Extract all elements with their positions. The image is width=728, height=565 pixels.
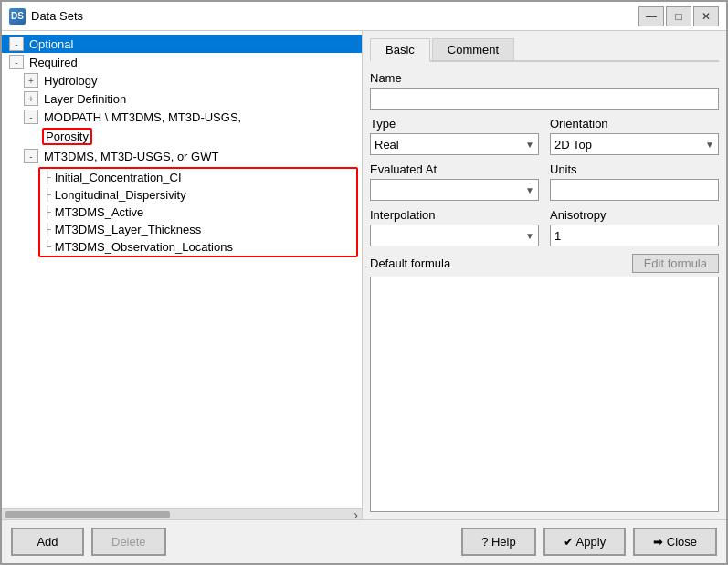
type-value: Real (375, 138, 399, 152)
tree-label-optional: Optional (29, 37, 73, 51)
type-arrow-icon: ▼ (525, 140, 534, 150)
interpolation-arrow-icon: ▼ (525, 231, 534, 241)
interpolation-label: Interpolation (370, 208, 539, 222)
left-panel: - Optional - Required + Hydrology (2, 31, 363, 519)
tree-item-layer-definition[interactable]: + Layer Definition (2, 89, 362, 108)
tree-item-mt3dms-thickness[interactable]: ├ MT3DMS_Layer_Thickness (40, 221, 356, 238)
evaluated-select[interactable]: ▼ (370, 179, 539, 201)
orientation-select[interactable]: 2D Top ▼ (550, 133, 719, 155)
tree-area[interactable]: - Optional - Required + Hydrology (2, 31, 362, 508)
window-title: Data Sets (31, 9, 638, 23)
name-group: Name (370, 71, 719, 110)
interpolation-col: Interpolation ▼ (370, 208, 539, 246)
units-input[interactable] (550, 179, 719, 201)
tree-label-initial-conc: Initial_Concentration_CI (55, 171, 182, 184)
tree-item-mt3dms-active[interactable]: ├ MT3DMS_Active (40, 204, 356, 221)
help-button[interactable]: ? Help (461, 528, 536, 556)
close-window-button[interactable]: ✕ (693, 6, 719, 26)
tree-label-mt3dms-obs: MT3DMS_Observation_Locations (55, 240, 233, 254)
title-bar: DS Data Sets — □ ✕ (2, 2, 726, 31)
anisotropy-input[interactable] (550, 225, 719, 246)
main-content: - Optional - Required + Hydrology (2, 31, 726, 519)
evaluated-col: Evaluated At ▼ (370, 162, 539, 201)
apply-button[interactable]: ✔ Apply (543, 528, 626, 556)
evaluated-units-row: Evaluated At ▼ Units (370, 162, 719, 201)
tree-label-mt3dms-active: MT3DMS_Active (55, 205, 144, 219)
connector-initial-conc: ├ (44, 171, 51, 184)
tree-item-required[interactable]: - Required (2, 53, 362, 71)
minimize-button[interactable]: — (638, 6, 664, 26)
orientation-value: 2D Top (554, 138, 592, 152)
interpolation-anisotropy-row: Interpolation ▼ Anisotropy (370, 208, 719, 246)
add-button[interactable]: Add (11, 528, 84, 556)
expander-modpath[interactable]: - (24, 110, 38, 124)
connector-mt3dms-obs: └ (44, 240, 51, 254)
anisotropy-label: Anisotropy (550, 208, 719, 222)
tree-label-longitudinal: Longitudinal_Dispersivity (55, 188, 186, 202)
orientation-label: Orientation (550, 117, 719, 131)
units-col: Units (550, 162, 719, 201)
tree-item-mt3dms-gwt[interactable]: - MT3DMS, MT3D-USGS, or GWT (2, 147, 362, 165)
units-label: Units (550, 162, 719, 176)
anisotropy-col: Anisotropy (550, 208, 719, 246)
name-input[interactable] (370, 88, 719, 110)
evaluated-arrow-icon: ▼ (525, 185, 534, 195)
tree-item-modpath[interactable]: - MODPATH \ MT3DMS, MT3D-USGS, (2, 108, 362, 126)
tree-label-mt3dms-gwt: MT3DMS, MT3D-USGS, or GWT (44, 150, 218, 163)
mt3dms-group-box: ├ Initial_Concentration_CI ├ Longitudina… (38, 167, 358, 257)
interpolation-select[interactable]: ▼ (370, 225, 539, 246)
app-icon: DS (9, 8, 26, 25)
scrollbar-thumb[interactable] (5, 511, 170, 518)
evaluated-label: Evaluated At (370, 162, 539, 176)
edit-formula-button[interactable]: Edit formula (632, 254, 719, 273)
expander-optional[interactable]: - (9, 37, 24, 51)
orientation-col: Orientation 2D Top ▼ (550, 117, 719, 155)
expander-required[interactable]: - (9, 55, 24, 69)
maximize-button[interactable]: □ (666, 6, 691, 26)
tree-label-required: Required (29, 56, 78, 69)
default-formula-label: Default formula (370, 256, 450, 270)
tree-label-modpath: MODPATH \ MT3DMS, MT3D-USGS, (44, 110, 241, 124)
window-controls: — □ ✕ (638, 6, 719, 26)
porosity-highlight: Porosity (42, 128, 92, 145)
connector-longitudinal: ├ (44, 188, 51, 202)
bottom-bar: Add Delete ? Help ✔ Apply ➡ Close (2, 519, 726, 563)
tab-basic[interactable]: Basic (370, 38, 430, 62)
scroll-right-arrow[interactable]: › (353, 507, 358, 520)
expander-hydrology[interactable]: + (24, 73, 38, 88)
tab-comment[interactable]: Comment (432, 38, 514, 60)
tree-item-longitudinal[interactable]: ├ Longitudinal_Dispersivity (40, 186, 356, 204)
type-col: Type Real ▼ (370, 117, 539, 155)
right-panel: Basic Comment Name Type Real ▼ Orienta (363, 31, 726, 519)
formula-textarea[interactable] (370, 277, 719, 512)
connector-mt3dms-thickness: ├ (44, 223, 51, 236)
tree-label-layer-definition: Layer Definition (44, 92, 126, 106)
type-label: Type (370, 117, 539, 131)
tree-label-hydrology: Hydrology (44, 74, 98, 88)
tree-label-porosity: Porosity (46, 130, 89, 143)
close-button[interactable]: ➡ Close (633, 528, 717, 556)
tree-item-initial-conc[interactable]: ├ Initial_Concentration_CI (40, 169, 356, 186)
tree-label-mt3dms-thickness: MT3DMS_Layer_Thickness (55, 223, 201, 236)
delete-button[interactable]: Delete (91, 528, 166, 556)
expander-mt3dms-gwt[interactable]: - (24, 149, 38, 163)
orientation-arrow-icon: ▼ (705, 140, 714, 150)
name-label: Name (370, 71, 719, 85)
tree-item-hydrology[interactable]: + Hydrology (2, 71, 362, 89)
formula-header-row: Default formula Edit formula (370, 254, 719, 273)
type-select[interactable]: Real ▼ (370, 133, 539, 155)
tree-item-porosity[interactable]: Porosity (2, 126, 362, 147)
main-window: DS Data Sets — □ ✕ - Optional - (0, 0, 728, 565)
horizontal-scrollbar[interactable]: › (2, 508, 362, 519)
tabs: Basic Comment (370, 38, 719, 62)
expander-layer-definition[interactable]: + (24, 91, 38, 106)
tree-item-mt3dms-obs[interactable]: └ MT3DMS_Observation_Locations (40, 238, 356, 256)
type-orientation-row: Type Real ▼ Orientation 2D Top ▼ (370, 117, 719, 155)
tree-item-optional[interactable]: - Optional (2, 35, 362, 53)
connector-mt3dms-active: ├ (44, 205, 51, 219)
